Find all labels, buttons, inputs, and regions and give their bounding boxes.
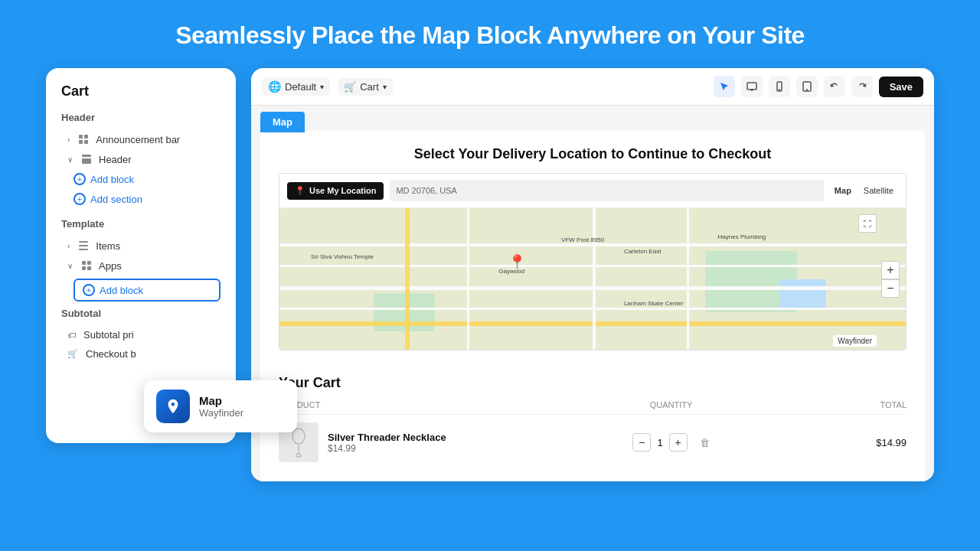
use-location-button[interactable]: 📍 Use My Location (287, 182, 384, 200)
map-label-2: Haynes Plumbing (718, 233, 766, 240)
desktop-view-button[interactable] (741, 76, 763, 97)
add-block-active-button[interactable]: + Add block (74, 279, 220, 302)
list-icon (77, 240, 90, 252)
address-value: MD 20706, USA (396, 186, 456, 195)
col-total-header: TOTAL (750, 400, 906, 409)
col-quantity-header: QUANTITY (593, 400, 750, 409)
browser-panel: 🌐 Default ▾ 🛒 Cart ▾ (251, 68, 934, 481)
tag-icon: 🏷 (67, 331, 76, 340)
apps-label: Apps (99, 260, 122, 272)
cart-table-header: PRODUCT QUANTITY TOTAL (279, 400, 906, 415)
cart-item-name: Silver Threader Necklace (328, 432, 593, 443)
checkout-icon: 🛒 (67, 349, 78, 359)
items-label: Items (96, 240, 120, 252)
chevron-down-default-icon: ▾ (320, 83, 324, 91)
chevron-right-items-icon: › (67, 242, 70, 250)
undo-button[interactable] (824, 76, 845, 97)
add-section-button[interactable]: + Add section (61, 189, 220, 209)
chevron-right-icon: › (67, 135, 70, 144)
add-block-button[interactable]: + Add block (61, 169, 220, 189)
address-input[interactable]: MD 20706, USA (390, 180, 823, 201)
satellite-view-button[interactable]: Satellite (859, 184, 898, 197)
svg-point-17 (779, 90, 779, 90)
map-type-buttons: Map Satellite (830, 184, 898, 197)
globe-icon: 🌐 (268, 80, 281, 93)
map-tab[interactable]: Map (260, 112, 305, 132)
grid-icon (77, 133, 90, 145)
use-location-label: Use My Location (309, 186, 376, 195)
browser-toolbar: 🌐 Default ▾ 🛒 Cart ▾ (251, 68, 934, 106)
cart-item-info: Silver Threader Necklace $14.99 (328, 432, 593, 454)
sidebar-item-items[interactable]: › Items (61, 236, 220, 256)
svg-rect-8 (79, 249, 88, 250)
map-search-bar: 📍 Use My Location MD 20706, USA Map Sate… (279, 174, 906, 208)
fullscreen-button[interactable]: ⛶ (858, 214, 877, 233)
tablet-view-button[interactable] (796, 76, 818, 97)
wayfinder-label: Wayfinder (833, 335, 877, 347)
sidebar-item-header[interactable]: ∨ Header (61, 149, 220, 169)
toolbar-left: 🌐 Default ▾ 🛒 Cart ▾ (262, 77, 393, 96)
toolbar-right: Save (714, 76, 923, 97)
cart-item-price: $14.99 (328, 443, 593, 454)
svg-rect-7 (79, 245, 88, 246)
cart-icon: 🛒 (344, 81, 356, 93)
save-button[interactable]: Save (879, 77, 923, 97)
select-tool-button[interactable] (714, 76, 735, 97)
map-pin: 📍 (508, 253, 527, 272)
col-product-header: PRODUCT (279, 400, 593, 409)
zoom-out-button[interactable]: − (881, 279, 900, 298)
apps-icon (80, 259, 93, 272)
svg-rect-11 (82, 266, 86, 270)
map-tooltip-icon (156, 390, 190, 423)
map-tooltip-popup: Map Wayfinder (144, 380, 297, 432)
map-widget: 📍 Use My Location MD 20706, USA Map Sate… (279, 173, 906, 350)
announcement-bar-label: Announcement bar (96, 134, 180, 145)
decrease-qty-button[interactable]: − (632, 433, 651, 452)
svg-rect-3 (84, 140, 88, 144)
cart-item-total: $14.99 (750, 437, 906, 448)
zoom-in-button[interactable]: + (881, 261, 900, 279)
sidebar-item-checkout[interactable]: 🛒 Checkout b (61, 344, 220, 364)
map-area: Carleton East Haynes Plumbing Gaywood Sr… (279, 208, 906, 350)
svg-rect-10 (87, 261, 91, 265)
plus-circle-icon: + (74, 173, 86, 185)
svg-rect-5 (82, 158, 91, 164)
template-label: Template (61, 218, 220, 230)
your-cart-title: Your Cart (279, 375, 906, 391)
add-block-active-label: Add block (100, 285, 143, 296)
increase-qty-button[interactable]: + (669, 433, 688, 452)
add-block-label: Add block (90, 174, 134, 185)
delete-item-button[interactable]: 🗑 (700, 437, 710, 448)
map-label-4: Sri Siva Vishnu Temple (311, 253, 374, 260)
table-row: Silver Threader Necklace $14.99 − 1 + 🗑 … (279, 422, 906, 462)
default-dropdown[interactable]: 🌐 Default ▾ (262, 77, 330, 96)
zoom-controls: + − (881, 261, 900, 298)
chevron-down-cart-icon: ▾ (383, 83, 387, 91)
sidebar-item-apps[interactable]: ∨ Apps (61, 256, 220, 276)
svg-point-19 (806, 90, 807, 90)
sidebar-title: Cart (61, 83, 220, 99)
add-section-label: Add section (90, 194, 142, 205)
browser-content: Map Select Your Delivery Location to Con… (251, 106, 934, 481)
sidebar-header-label: Header (61, 112, 220, 123)
sidebar-item-subtotal-price[interactable]: 🏷 Subtotal pri (61, 325, 220, 344)
your-cart-section: Your Cart PRODUCT QUANTITY TOTAL (279, 363, 906, 462)
map-label-6: Lanham Skate Center (624, 300, 684, 307)
sidebar-item-announcement[interactable]: › Announcement bar (61, 129, 220, 149)
checkout-b-label: Checkout b (86, 348, 136, 360)
svg-point-22 (296, 454, 301, 457)
map-tooltip-text: Map Wayfinder (199, 394, 243, 419)
map-view-button[interactable]: Map (830, 184, 856, 197)
svg-rect-1 (84, 135, 88, 139)
delivery-title: Select Your Delivery Location to Continu… (279, 146, 906, 162)
mobile-view-button[interactable] (769, 76, 790, 97)
plus-circle-section-icon: + (74, 193, 86, 205)
svg-rect-9 (82, 261, 86, 265)
location-icon: 📍 (295, 186, 305, 196)
chevron-down-apps-icon: ∨ (67, 262, 73, 270)
store-page: Select Your Delivery Location to Continu… (260, 131, 925, 481)
plus-circle-active-icon: + (83, 284, 95, 296)
quantity-value: 1 (657, 437, 662, 448)
redo-button[interactable] (851, 76, 873, 97)
cart-dropdown[interactable]: 🛒 Cart ▾ (338, 78, 393, 96)
